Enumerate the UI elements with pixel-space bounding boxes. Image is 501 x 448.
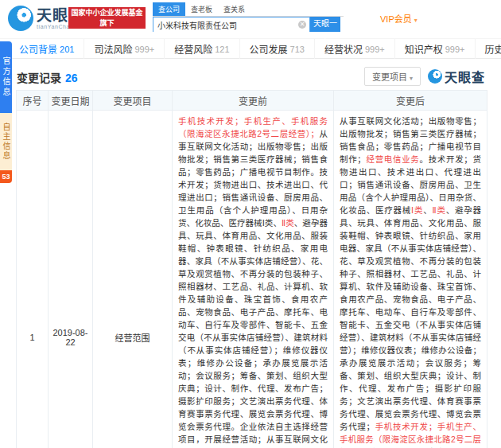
col-header-item: 变更项目 bbox=[93, 91, 173, 111]
search-block: 查公司 查老板 查关系 ✕ 天眼一下 bbox=[153, 2, 344, 32]
cell-change-date: 2019-08-22 bbox=[49, 111, 93, 448]
side-widget-self-info[interactable]: 自主信息 bbox=[0, 113, 12, 170]
highlighted-diff-text: Ⅱ类 bbox=[433, 205, 446, 215]
change-item-filter-dropdown[interactable]: 变更项目 ▾ bbox=[364, 67, 421, 86]
search-tab-relation[interactable]: 查关系 bbox=[218, 2, 250, 16]
highlighted-diff-text: Ⅰ类 bbox=[411, 205, 423, 215]
company-nav-tabs: 公司背景 201 司法风险 999+ 经营风险 121 公司发展 713 经营状… bbox=[0, 38, 501, 59]
col-header-index: 序号 bbox=[17, 91, 49, 111]
scope-text: 从事互联网文化活动；出版物零售；出版物批发；销售第三类医疗器械；销售食品；零售药… bbox=[178, 129, 328, 228]
highlighted-diff-text: Ⅱ类 bbox=[282, 218, 294, 228]
cell-index: 1 bbox=[17, 111, 49, 448]
search-tabs: 查公司 查老板 查关系 bbox=[153, 2, 344, 17]
change-record-count: 26 bbox=[65, 72, 78, 84]
tab-intellectual-property[interactable]: 知识产权 999+ bbox=[395, 39, 476, 59]
side-widget-count-badge[interactable]: 53 bbox=[0, 170, 12, 183]
tab-count: 999+ bbox=[445, 45, 465, 54]
search-button[interactable]: 天眼一下 bbox=[310, 17, 340, 32]
gov-badge-line2: 官方备案企业征信机构 bbox=[68, 29, 146, 39]
search-tab-boss[interactable]: 查老板 bbox=[185, 2, 218, 16]
table-row: 1 2019-08-22 经营范围 手机技术开发；手机生产、手机服务（限海淀区永… bbox=[17, 111, 487, 448]
watermark-logo: 天眼查 bbox=[428, 67, 485, 86]
change-record-section-head: 变更记录26 变更项目 ▾ 天眼查 bbox=[16, 67, 485, 88]
search-tab-company[interactable]: 查公司 bbox=[153, 2, 185, 16]
col-header-before: 变更前 bbox=[173, 91, 334, 111]
scope-text: 、 bbox=[423, 205, 432, 215]
cell-before-change: 手机技术开发；手机生产、手机服务（限海淀区永捷北路2号二层经营）；从事互联网文化… bbox=[173, 111, 334, 448]
tab-operation-risk[interactable]: 经营风险 121 bbox=[165, 39, 239, 59]
section-title: 变更记录26 bbox=[17, 69, 78, 85]
tab-count: 713 bbox=[290, 45, 305, 54]
search-input-wrap: ✕ bbox=[153, 17, 310, 32]
gov-certification-badge: 国家中小企业发展基金旗下 官方备案企业征信机构 bbox=[68, 7, 146, 29]
cell-change-item: 经营范围 bbox=[93, 111, 173, 448]
col-header-after: 变更后 bbox=[334, 91, 487, 111]
chevron-down-icon: ▾ bbox=[410, 75, 413, 82]
gov-badge-line1: 国家中小企业发展基金旗下 bbox=[68, 8, 146, 29]
clear-search-icon[interactable]: ✕ bbox=[298, 21, 306, 29]
vip-member-link[interactable]: VIP会员 ▾ bbox=[380, 12, 418, 25]
search-input[interactable] bbox=[153, 18, 309, 32]
change-record-table: 序号 变更日期 变更项目 变更前 变更后 1 2019-08-22 经营范围 手… bbox=[16, 90, 487, 448]
main-content: 变更记录26 变更项目 ▾ 天眼查 序号 变更日期 变更项目 变更前 变更后 bbox=[0, 59, 501, 448]
tab-operation-status[interactable]: 经营状况 999+ bbox=[315, 39, 395, 59]
scope-text: 、避孕器具、玩具、体育用品、文化用品、服装鞋帽、钟表眼镜、针纺织品、家用电器、家… bbox=[340, 205, 481, 431]
table-header-row: 序号 变更日期 变更项目 变更前 变更后 bbox=[17, 91, 487, 111]
col-header-date: 变更日期 bbox=[49, 91, 93, 111]
tab-count: 201 bbox=[60, 45, 74, 54]
tab-history-info[interactable]: 历史信息 999+ bbox=[476, 39, 501, 59]
tab-count: 999+ bbox=[134, 45, 154, 54]
side-anchor-widget: 官方信息 自主信息 53 bbox=[0, 41, 12, 183]
highlighted-diff-text: 经营电信业务 bbox=[366, 154, 420, 164]
side-widget-official-info[interactable]: 官方信息 bbox=[0, 41, 12, 113]
scope-text: 、避孕器具、玩具、体育用品、文化用品、服装鞋帽、钟表眼镜、针纺织品、家用电器、家… bbox=[178, 218, 328, 448]
tab-count: 121 bbox=[215, 45, 229, 54]
tab-company-background[interactable]: 公司背景 201 bbox=[10, 39, 84, 59]
highlighted-diff-text: 手机技术开发；手机生产、手机服务（限海淀区永捷北路2号二层经营）； bbox=[178, 116, 328, 138]
top-header: 天眼查 tianYanCha.com 国家中小企业发展基金旗下 官方备案企业征信… bbox=[0, 0, 501, 38]
tab-company-development[interactable]: 公司发展 713 bbox=[240, 39, 315, 59]
tianyancha-eye-icon bbox=[8, 6, 33, 31]
tab-count: 999+ bbox=[365, 45, 385, 54]
tab-judicial-risk[interactable]: 司法风险 999+ bbox=[84, 39, 165, 59]
tianyancha-eye-icon bbox=[428, 69, 442, 84]
chevron-down-icon: ▾ bbox=[414, 17, 418, 24]
cell-after-change: 从事互联网文化活动；出版物零售；出版物批发；销售第三类医疗器械；销售食品；零售药… bbox=[334, 111, 487, 448]
